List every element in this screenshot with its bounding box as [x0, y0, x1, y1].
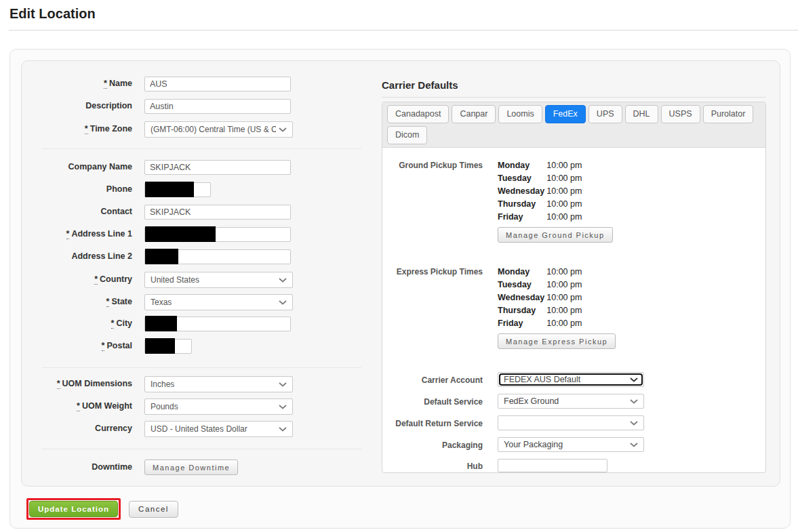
time-zone-select[interactable]: (GMT-06:00) Central Time (US & Cana: [144, 121, 293, 138]
tab-dicom[interactable]: Dicom: [387, 126, 427, 144]
day-name: Wednesday: [498, 291, 544, 304]
tab-purolator[interactable]: Purolator: [703, 105, 754, 123]
tab-dhl[interactable]: DHL: [625, 105, 658, 123]
label-text: Country: [100, 274, 132, 284]
state-select[interactable]: Texas: [144, 294, 293, 310]
select-value: FedEx Ground: [504, 396, 627, 406]
pickup-time: 10:00 pm: [546, 291, 616, 304]
uom-dimensions-select[interactable]: Inches: [144, 376, 293, 392]
default-service-select[interactable]: FedEx Ground: [498, 394, 644, 409]
express-pickup-body: Monday10:00 pm Tuesday10:00 pm Wednesday…: [498, 266, 616, 349]
tab-ups[interactable]: UPS: [588, 105, 622, 123]
form-row-time-zone: *Time Zone (GMT-06:00) Central Time (US …: [22, 121, 382, 138]
uom-weight-select[interactable]: Pounds: [144, 398, 293, 415]
form-row-country: *Country United States: [22, 272, 382, 288]
time-zone-label: *Time Zone: [22, 124, 132, 135]
manage-downtime-button[interactable]: Manage Downtime: [144, 459, 238, 475]
required-asterisk: *: [66, 229, 70, 239]
input-value: SKIPJACK: [150, 163, 191, 172]
label-text: Currency: [95, 424, 132, 433]
default-return-service-select[interactable]: [498, 415, 644, 430]
pickup-time: 10:00 pm: [546, 266, 616, 279]
carrier-account-row: Carrier Account FEDEX AUS Default: [382, 372, 765, 387]
form-actions: Update Location Cancel: [26, 498, 178, 520]
postal-input[interactable]: [144, 339, 192, 354]
postal-label: *Postal: [22, 341, 132, 352]
redaction-box: [145, 226, 216, 242]
label-text: Address Line 2: [71, 251, 132, 261]
contact-input[interactable]: SKIPJACK: [144, 205, 291, 220]
edit-location-panel: *Name AUS Description Austin *Time Zone …: [21, 60, 780, 487]
state-label: *State: [22, 297, 132, 308]
ground-pickup-section: Ground Pickup Times Monday10:00 pm Tuesd…: [382, 159, 765, 243]
day-name: Thursday: [498, 304, 544, 317]
description-input[interactable]: Austin: [144, 99, 291, 114]
pickup-time: 10:00 pm: [546, 279, 616, 291]
packaging-row: Packaging Your Packaging: [382, 437, 765, 452]
phone-input[interactable]: [144, 182, 211, 197]
update-location-button[interactable]: Update Location: [29, 501, 118, 517]
carrier-account-select[interactable]: FEDEX AUS Default: [498, 372, 644, 387]
tab-fedex[interactable]: FedEx: [545, 105, 586, 123]
city-input[interactable]: [144, 316, 291, 331]
ground-pickup-body: Monday10:00 pm Tuesday10:00 pm Wednesday…: [498, 159, 613, 243]
hub-label: Hub: [382, 460, 483, 471]
day-name: Friday: [498, 317, 544, 330]
manage-express-row: Manage Express Pickup: [498, 333, 616, 349]
carrier-defaults-box: Canadapost Canpar Loomis FedEx UPS DHL U…: [382, 102, 766, 473]
hub-row: Hub: [382, 459, 765, 472]
input-value: SKIPJACK: [150, 207, 191, 217]
label-text: Phone: [106, 184, 132, 194]
location-form: *Name AUS Description Austin *Time Zone …: [22, 61, 382, 486]
label-text: Contact: [100, 207, 132, 216]
packaging-label: Packaging: [382, 439, 483, 450]
address-line-2-input[interactable]: [144, 249, 291, 264]
label-text: Name: [109, 79, 132, 88]
company-name-input[interactable]: SKIPJACK: [144, 160, 291, 175]
currency-label: Currency: [22, 424, 132, 434]
pickup-time: 10:00 pm: [546, 304, 616, 317]
redaction-box: [145, 182, 194, 197]
redaction-box: [145, 249, 178, 264]
form-row-phone: Phone: [22, 182, 382, 197]
day-name: Tuesday: [498, 172, 544, 185]
select-value: Pounds: [151, 402, 276, 411]
label-text: State: [111, 297, 132, 306]
tab-canadapost[interactable]: Canadapost: [387, 105, 449, 123]
packaging-select[interactable]: Your Packaging: [498, 437, 644, 452]
input-value: Austin: [150, 102, 174, 111]
required-asterisk: *: [102, 341, 105, 351]
form-row-description: Description Austin: [22, 99, 382, 114]
default-service-row: Default Service FedEx Ground: [382, 394, 765, 409]
tab-canpar[interactable]: Canpar: [452, 105, 496, 123]
tab-usps[interactable]: USPS: [661, 105, 700, 123]
cancel-button[interactable]: Cancel: [129, 501, 178, 518]
button-label: Update Location: [38, 505, 109, 513]
address-line-2-label: Address Line 2: [22, 251, 132, 262]
edit-location-card: *Name AUS Description Austin *Time Zone …: [9, 49, 791, 529]
page-title: Edit Location: [9, 6, 96, 22]
name-label: *Name: [22, 79, 132, 89]
input-value: AUS: [150, 79, 167, 89]
manage-ground-pickup-button[interactable]: Manage Ground Pickup: [498, 227, 613, 243]
currency-select[interactable]: USD - United States Dollar: [144, 421, 293, 437]
day-name: Wednesday: [498, 185, 544, 198]
express-pickup-schedule: Monday10:00 pm Tuesday10:00 pm Wednesday…: [498, 266, 616, 330]
address-line-1-input[interactable]: [144, 227, 291, 242]
tab-loomis[interactable]: Loomis: [498, 105, 542, 123]
label-text: City: [116, 319, 132, 328]
name-input[interactable]: AUS: [144, 77, 291, 91]
country-select[interactable]: United States: [144, 272, 293, 288]
chevron-down-icon: [279, 278, 287, 283]
manage-express-pickup-button[interactable]: Manage Express Pickup: [498, 333, 616, 349]
redaction-box: [145, 316, 177, 331]
label-text: Downtime: [92, 462, 132, 472]
required-asterisk: *: [85, 124, 88, 134]
chevron-down-icon: [279, 300, 287, 305]
annotation-highlight-box: Update Location: [26, 498, 121, 520]
hub-input[interactable]: [498, 459, 607, 472]
select-value: Your Packaging: [504, 440, 627, 449]
required-asterisk: *: [111, 319, 115, 329]
contact-label: Contact: [22, 207, 132, 218]
country-label: *Country: [22, 274, 132, 285]
